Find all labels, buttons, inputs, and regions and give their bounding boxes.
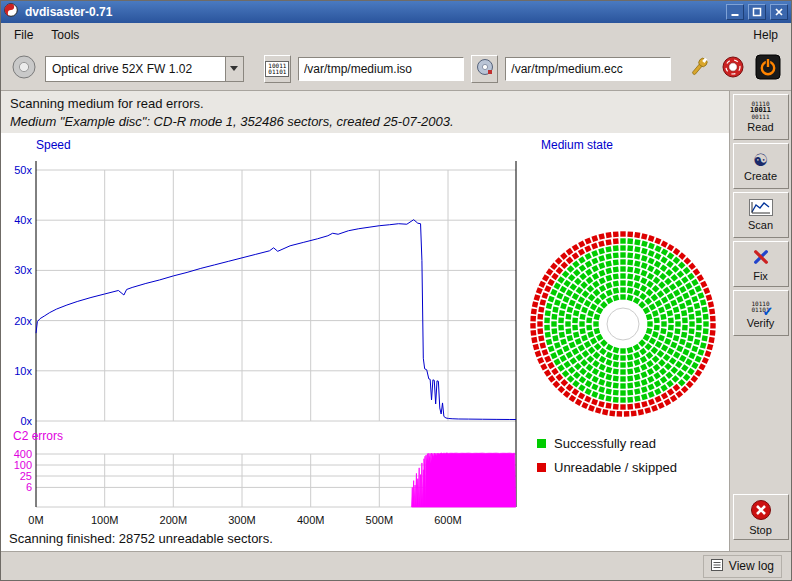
legend-item-unreadable: Unreadable / skipped bbox=[537, 460, 677, 475]
ecc-file-button[interactable] bbox=[471, 55, 498, 83]
speed-chart-title: Speed bbox=[36, 138, 71, 152]
help-button[interactable] bbox=[720, 55, 747, 83]
bottom-bar: View log bbox=[1, 551, 791, 580]
tools-icon bbox=[750, 247, 772, 269]
scan-button[interactable]: Scan bbox=[733, 192, 789, 238]
titlebar[interactable]: dvdisaster-0.71 bbox=[1, 1, 791, 23]
red-swatch bbox=[537, 463, 546, 472]
log-icon bbox=[711, 559, 723, 574]
medium-state-disc bbox=[528, 229, 718, 419]
menu-file[interactable]: File bbox=[5, 24, 42, 46]
svg-text:200M: 200M bbox=[160, 514, 188, 526]
status-line1: Scanning medium for read errors. bbox=[10, 95, 720, 113]
stop-label: Stop bbox=[749, 524, 772, 536]
iso-path-input[interactable] bbox=[298, 57, 464, 81]
svg-text:25: 25 bbox=[20, 470, 32, 482]
toolbar: Optical drive 52X FW 1.02 10011 01101 bbox=[1, 47, 791, 91]
svg-text:6: 6 bbox=[26, 481, 32, 493]
app-icon bbox=[4, 3, 18, 21]
action-sidebar: 01110 10011 00111 Read ☯ Create Scan bbox=[729, 91, 791, 551]
drive-icon bbox=[10, 53, 38, 85]
fix-label: Fix bbox=[753, 270, 768, 282]
create-button[interactable]: ☯ Create bbox=[733, 143, 789, 189]
svg-text:500M: 500M bbox=[366, 514, 394, 526]
app-window: dvdisaster-0.71 File Tools Help Optical … bbox=[0, 0, 792, 581]
verify-button[interactable]: 10110 01101 ✓ Verify bbox=[733, 290, 789, 336]
chevron-down-icon[interactable] bbox=[225, 57, 243, 81]
status-strip: Scanning medium for read errors. Medium … bbox=[1, 91, 729, 133]
green-swatch bbox=[537, 439, 546, 448]
svg-text:40x: 40x bbox=[14, 214, 32, 226]
minimize-button[interactable] bbox=[726, 4, 744, 20]
svg-text:10x: 10x bbox=[14, 365, 32, 377]
svg-text:0M: 0M bbox=[28, 514, 43, 526]
medium-state-title: Medium state bbox=[541, 138, 613, 152]
legend-item-read: Successfully read bbox=[537, 436, 677, 451]
stop-icon bbox=[750, 499, 772, 523]
stop-button[interactable]: Stop bbox=[733, 494, 789, 540]
power-icon bbox=[755, 54, 781, 84]
iso-file-button[interactable]: 10011 01101 bbox=[264, 55, 291, 83]
maximize-button[interactable] bbox=[748, 4, 766, 20]
legend-label-unreadable: Unreadable / skipped bbox=[554, 460, 677, 475]
read-button[interactable]: 01110 10011 00111 Read bbox=[733, 94, 789, 140]
chart-canvas: 50x40x30x20x10x0x4001002560M100M200M300M… bbox=[1, 133, 729, 551]
drive-select[interactable]: Optical drive 52X FW 1.02 bbox=[45, 56, 244, 82]
close-button[interactable] bbox=[770, 4, 788, 20]
verify-icon: 10110 01101 ✓ bbox=[749, 298, 773, 316]
preferences-button[interactable] bbox=[685, 55, 712, 83]
view-log-label: View log bbox=[729, 559, 774, 573]
view-log-button[interactable]: View log bbox=[703, 555, 782, 578]
wrench-icon bbox=[687, 55, 711, 83]
status-line2: Medium "Example disc": CD-R mode 1, 3524… bbox=[10, 113, 720, 131]
svg-text:100M: 100M bbox=[91, 514, 119, 526]
scan-result-text: Scanning finished: 28752 unreadable sect… bbox=[9, 531, 273, 546]
content-panel: Scanning medium for read errors. Medium … bbox=[1, 91, 729, 551]
menubar: File Tools Help bbox=[1, 23, 791, 47]
menu-tools[interactable]: Tools bbox=[42, 24, 88, 46]
c2-chart-title: C2 errors bbox=[13, 429, 63, 443]
yinyang-icon: ☯ bbox=[753, 151, 768, 169]
main-area: Scanning medium for read errors. Medium … bbox=[1, 91, 791, 551]
binary-icon: 10011 01101 bbox=[265, 61, 289, 77]
binary-read-icon: 01110 10011 00111 bbox=[750, 101, 771, 120]
quit-button[interactable] bbox=[754, 55, 782, 83]
window-title: dvdisaster-0.71 bbox=[22, 5, 722, 19]
lifebelt-icon bbox=[721, 55, 745, 83]
svg-text:600M: 600M bbox=[434, 514, 462, 526]
svg-text:0x: 0x bbox=[20, 415, 32, 427]
ecc-path-input[interactable] bbox=[505, 57, 671, 81]
create-label: Create bbox=[744, 170, 777, 182]
menu-help[interactable]: Help bbox=[744, 24, 787, 46]
svg-text:50x: 50x bbox=[14, 164, 32, 176]
medium-state-legend: Successfully read Unreadable / skipped bbox=[537, 436, 677, 475]
ecc-disc-icon bbox=[476, 58, 494, 80]
scan-chart-icon bbox=[749, 199, 773, 218]
svg-text:400M: 400M bbox=[297, 514, 325, 526]
read-label: Read bbox=[747, 121, 773, 133]
drive-select-value: Optical drive 52X FW 1.02 bbox=[46, 57, 225, 81]
svg-text:30x: 30x bbox=[14, 264, 32, 276]
scan-label: Scan bbox=[748, 219, 773, 231]
fix-button[interactable]: Fix bbox=[733, 241, 789, 287]
svg-text:300M: 300M bbox=[228, 514, 256, 526]
legend-label-read: Successfully read bbox=[554, 436, 656, 451]
svg-text:20x: 20x bbox=[14, 315, 32, 327]
